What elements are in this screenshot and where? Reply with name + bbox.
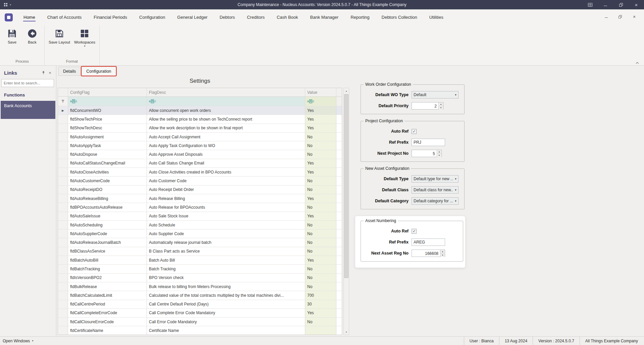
links-search-box[interactable] xyxy=(1,79,54,87)
tab-details[interactable]: Details xyxy=(58,67,80,76)
default-class-dropdown[interactable]: Default class for new... ▼ xyxy=(412,186,459,194)
minimize-button[interactable] xyxy=(598,0,613,9)
ribbon-minimize-button[interactable] xyxy=(600,13,612,21)
table-row[interactable]: fldShowTechPriceAllow the selling price … xyxy=(58,115,342,124)
search-input[interactable] xyxy=(2,79,57,87)
cell-filler xyxy=(336,265,342,273)
abc-filter-icon: aBc xyxy=(149,99,156,103)
filter-cell-configflag[interactable]: aBc xyxy=(68,97,147,106)
filter-cell-value[interactable]: aBc xyxy=(305,97,336,106)
auto-ref-checkbox[interactable]: ✓ xyxy=(412,229,417,234)
ribbon-tab-chart-of-accounts[interactable]: Chart of Accounts xyxy=(41,9,88,25)
ribbon-tab-utilities[interactable]: Utilities xyxy=(423,9,449,25)
ref-prefix-input[interactable] xyxy=(412,139,445,146)
save-layout-button[interactable]: Save Layout xyxy=(47,27,71,45)
cell-flagdesc: Bulk release to billing from Meters Proc… xyxy=(147,282,305,291)
table-row[interactable]: fldAutoDisposeAuto Approve Asset Disposa… xyxy=(58,150,342,159)
back-button[interactable]: Back xyxy=(23,27,42,45)
ribbon-tab-debtors-collection[interactable]: Debtors Collection xyxy=(376,9,423,25)
ribbon-tab-general-ledger[interactable]: General Ledger xyxy=(171,9,213,25)
table-row[interactable]: fldAutoReceiptDOAuto Receipt Debit Order… xyxy=(58,186,342,194)
sidebar-item-bank-accounts[interactable]: Bank Accounts xyxy=(1,101,55,119)
vertical-scrollbar[interactable]: ▲ ▼ xyxy=(343,88,349,335)
table-row[interactable]: fldBPOAccountsAutoReleaseAuto Release fo… xyxy=(58,203,342,212)
tab-configuration[interactable]: Configuration xyxy=(82,67,116,76)
table-row[interactable]: fldAutoSchedulingAuto ScheduleNo xyxy=(58,221,342,229)
ribbon-tab-reporting[interactable]: Reporting xyxy=(344,9,375,25)
cell-value: Yes xyxy=(305,212,336,221)
ribbon-tab-debtors[interactable]: Debtors xyxy=(214,9,241,25)
table-row[interactable]: fldBulkReleaseBulk release to billing fr… xyxy=(58,282,342,291)
table-row[interactable]: ▶fldConcurrentWOAllow concurrent open wo… xyxy=(58,106,342,115)
table-row[interactable]: fldAutoReleaseBillingAuto Release Billin… xyxy=(58,194,342,203)
app-logo-icon[interactable] xyxy=(5,13,13,21)
column-header-configflag[interactable]: ConfigFlag xyxy=(68,88,147,97)
close-button[interactable]: × xyxy=(629,0,644,9)
scrollbar-thumb[interactable] xyxy=(344,94,348,278)
table-row[interactable]: fldIsVersionBPO2BPO Version checkNo xyxy=(58,274,342,282)
spinner-buttons[interactable]: ▲▼ xyxy=(437,150,441,157)
table-row[interactable]: fldAutoAssignmentAuto Accept Call Assign… xyxy=(58,133,342,141)
ribbon-tab-financial-periods[interactable]: Financial Periods xyxy=(88,9,133,25)
default-type-dropdown[interactable]: Default type for new ... ▼ xyxy=(412,175,459,183)
project-configuration-group: Project Configuration Auto Ref ✓ Ref Pre… xyxy=(361,121,465,162)
pin-icon[interactable] xyxy=(40,70,47,76)
ribbon-close-button[interactable]: × xyxy=(629,13,640,21)
filter-cell-flagdesc[interactable]: aBc xyxy=(147,97,305,106)
table-row[interactable]: fldAutoReleaseJournalBatchAutomatically … xyxy=(58,238,342,247)
ribbon-tab-configuration[interactable]: Configuration xyxy=(133,9,171,25)
default-priority-spinner[interactable]: 2 ▲▼ xyxy=(412,102,443,110)
layout-icon[interactable] xyxy=(582,0,598,9)
grid-body: ▶fldConcurrentWOAllow concurrent open wo… xyxy=(58,106,342,335)
table-row[interactable]: fldCallCompleteErrorCodeCall Complete Er… xyxy=(58,309,342,318)
spinner-buttons[interactable]: ▲▼ xyxy=(440,250,445,257)
table-row[interactable]: fldShowTechDescAllow the work descriptio… xyxy=(58,124,342,133)
default-wo-type-dropdown[interactable]: Default ▼ xyxy=(412,91,459,98)
ribbon-tab-creditors[interactable]: Creditors xyxy=(241,9,271,25)
ribbon-tab-home[interactable]: Home xyxy=(17,9,41,25)
ribbon-restore-button[interactable] xyxy=(614,13,626,21)
open-windows-button[interactable]: Open Windows ▾ xyxy=(3,339,33,343)
table-row[interactable]: fldAutoSupplierCodeAuto Supplier CodeNo xyxy=(58,229,342,238)
table-row[interactable]: fldBatchCalculatedLimitCalculated value … xyxy=(58,291,342,300)
cell-filler xyxy=(336,150,342,159)
table-row[interactable]: fldAutoCallStatusChangeEmailAuto Call St… xyxy=(58,159,342,168)
table-row[interactable]: fldCertificateNameCertificate Name xyxy=(58,326,342,335)
ribbon-tab-bank-manager[interactable]: Bank Manager xyxy=(304,9,345,25)
table-row[interactable]: fldAutoApplyTaskAuto Apply Task Configur… xyxy=(58,141,342,150)
table-row[interactable]: fldAutoCloseActivitiesAuto Close Activit… xyxy=(58,168,342,177)
cell-value: No xyxy=(305,150,336,159)
ribbon-tab-cash-book[interactable]: Cash Book xyxy=(271,9,304,25)
scroll-up-icon[interactable]: ▲ xyxy=(344,88,349,93)
next-project-no-spinner[interactable]: 5 ▲▼ xyxy=(412,150,442,157)
cell-flagdesc: Auto Release Billing xyxy=(147,194,305,203)
default-category-dropdown[interactable]: Default category for ... ▼ xyxy=(412,197,459,205)
save-button[interactable]: Save xyxy=(3,27,21,45)
table-row[interactable]: fldCallCentrePeriodCall Centre Default P… xyxy=(58,300,342,309)
table-row[interactable]: fldBClassAsServiceB Class Part acts as S… xyxy=(58,247,342,256)
row-indicator xyxy=(58,133,68,141)
abc-filter-icon: aBc xyxy=(70,99,77,103)
column-header-value[interactable]: Value xyxy=(305,88,336,97)
restore-button[interactable] xyxy=(613,0,629,9)
spinner-buttons[interactable]: ▲▼ xyxy=(438,102,443,109)
table-row[interactable]: fldAutoCustomerCodeAuto Customer CodeNo xyxy=(58,177,342,185)
column-header-flagdesc[interactable]: FlagDesc xyxy=(147,88,305,97)
scrollbar-track[interactable] xyxy=(344,93,349,329)
auto-ref-checkbox[interactable]: ✓ xyxy=(412,129,417,134)
grid-corner-cell xyxy=(58,88,68,97)
ref-prefix-input[interactable] xyxy=(412,238,445,246)
cell-filler xyxy=(336,309,342,318)
table-row[interactable]: fldBatchAutoBillBatch Auto BillYes xyxy=(58,256,342,265)
close-icon[interactable]: × xyxy=(47,70,53,76)
next-asset-reg-no-spinner[interactable]: 166608 ▲▼ xyxy=(412,250,445,257)
cell-configflag: fldAutoReceiptDO xyxy=(68,186,147,194)
group-title: Project Configuration xyxy=(364,119,405,123)
cell-flagdesc: Auto Customer Code xyxy=(147,177,305,185)
cell-filler xyxy=(336,186,342,194)
table-row[interactable]: fldAutoSaleIssueAuto Sale Stock IssueYes xyxy=(58,212,342,221)
table-row[interactable]: fldBatchTrackingBatch TrackingNo xyxy=(58,265,342,273)
table-row[interactable]: fldCallClosureErrorCodeCall Error Code M… xyxy=(58,318,342,326)
workspaces-button[interactable]: Workspaces▾ xyxy=(73,27,97,49)
scroll-down-icon[interactable]: ▼ xyxy=(344,329,349,335)
